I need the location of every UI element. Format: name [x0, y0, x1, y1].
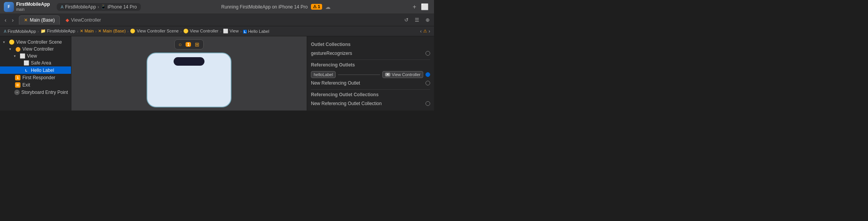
list-button[interactable]: ☰ — [413, 16, 421, 24]
responder-icon: 1 — [15, 75, 21, 80]
bc-chevron-6: › — [220, 29, 221, 34]
bc-path-main[interactable]: ✕ Main — [80, 29, 94, 34]
status-text: Running FirstMobileApp on iPhone 14 Pro — [221, 4, 308, 10]
safe-area-icon: ⬜ — [23, 60, 29, 66]
gesture-recognizers-circle[interactable] — [426, 51, 430, 56]
app-logo: F — [4, 2, 14, 12]
bc-path-main-base[interactable]: ✕ Main (Base) — [98, 29, 125, 34]
divider-2 — [311, 89, 430, 90]
hello-label-icon: L — [23, 67, 29, 73]
bc-chevron-1: › — [37, 29, 39, 34]
referencing-outlet-collections-title: Referencing Outlet Collections — [311, 92, 430, 97]
sidebar-item-first-responder[interactable]: ▾ 1 First Responder — [0, 74, 71, 81]
hello-label-outlet-row: helloLabel ✕ View Controller — [311, 70, 430, 79]
sidebar-label-first-responder: First Responder — [22, 75, 55, 80]
new-referencing-outlet-label: New Referencing Outlet — [311, 80, 360, 86]
sidebar-item-exit[interactable]: ▾ ⊞ Exit — [0, 81, 71, 88]
toolbar-right: ↺ ☰ ⊕ — [402, 16, 432, 24]
hello-label-box: helloLabel — [311, 71, 336, 78]
tab-main-label: Main (Base) — [30, 17, 55, 23]
app-sub: main — [16, 7, 50, 12]
canvas-area: ○ 1 ⊞ — [71, 36, 307, 110]
bc-path-vc-scene[interactable]: 🟡 View Controller Scene — [130, 29, 179, 34]
new-referencing-outlet-row[interactable]: New Referencing Outlet — [311, 79, 430, 87]
canvas-toolbar: ○ 1 ⊞ — [174, 39, 204, 49]
bc-sep1: › — [98, 4, 99, 10]
bc-app-name: FirstMobileApp — [65, 4, 96, 10]
new-referencing-outlet-collection-label: New Referencing Outlet Collection — [311, 101, 382, 106]
chevron-scene: ▾ — [3, 40, 7, 44]
referencing-outlets-title: Referencing Outlets — [311, 62, 430, 68]
bc-chevron-4: › — [127, 29, 129, 34]
tab-viewcontroller[interactable]: ◆ ViewController — [61, 15, 106, 25]
sidebar-item-vc[interactable]: ▾ ⬤ View Controller — [0, 46, 71, 53]
outlet-x-badge: ✕ — [385, 73, 390, 76]
add-file-button[interactable]: ⊕ — [424, 16, 432, 24]
vc-outlet-box: ✕ View Controller — [382, 71, 423, 78]
scene-icon: 🟡 — [8, 39, 15, 45]
sidebar-label-view: View — [27, 53, 37, 59]
sidebar-item-safe-area[interactable]: ⬜ Safe Area — [0, 60, 71, 66]
tab-main-base[interactable]: ✕ Main (Base) — [19, 15, 60, 25]
bc-forward-btn[interactable]: › — [429, 29, 430, 34]
outlet-collections-title: Outlet Collections — [311, 42, 430, 47]
bc-back-btn[interactable]: ‹ — [420, 29, 422, 34]
view-icon: ⬜ — [19, 53, 25, 59]
add-button[interactable]: + — [411, 3, 418, 11]
bc-chevron-3: › — [95, 29, 97, 34]
bc-chevron-2: › — [77, 29, 78, 34]
sidebar-label-vc: View Controller — [22, 46, 54, 52]
canvas-icon-circle[interactable]: ○ — [179, 41, 182, 48]
bc-path-app[interactable]: A FirstMobileApp — [4, 29, 36, 34]
bc-chevron-7: › — [240, 29, 242, 34]
hello-label-outlet-circle[interactable] — [426, 72, 430, 77]
titlebar-actions: + ⬜ — [411, 2, 430, 11]
sidebar-label-exit: Exit — [22, 82, 30, 88]
right-panel: Outlet Collections gestureRecognizers Re… — [307, 36, 434, 110]
bc-path-view[interactable]: ⬜ View — [223, 29, 239, 34]
canvas-icon-grid[interactable]: ⊞ — [195, 41, 199, 48]
breadcrumb-nav-arrows: ‹ ⚠ › — [420, 29, 430, 34]
title-breadcrumb[interactable]: A FirstMobileApp › 📱 iPhone 14 Pro — [57, 3, 140, 11]
sidebar-item-view[interactable]: ▾ ⬜ View — [0, 53, 71, 60]
phone-frame — [147, 53, 231, 107]
main-content: ▾ 🟡 View Controller Scene ▾ ⬤ View Contr… — [0, 36, 434, 110]
tab-vc-label: ViewController — [71, 17, 101, 23]
bc-path-vc[interactable]: 🟡 View Controller — [183, 29, 218, 34]
sidebar-item-vc-scene[interactable]: ▾ 🟡 View Controller Scene — [0, 39, 71, 46]
new-referencing-outlet-collection-circle[interactable] — [426, 101, 430, 106]
sidebar-item-storyboard-entry[interactable]: ▾ → Storyboard Entry Point — [0, 88, 71, 96]
tab-vc-icon: ◆ — [66, 17, 69, 23]
phone-notch — [174, 57, 204, 66]
sidebar-label-storyboard-entry: Storyboard Entry Point — [21, 90, 68, 95]
refresh-button[interactable]: ↺ — [402, 16, 410, 24]
sidebar-label-safe-area: Safe Area — [31, 60, 51, 66]
warning-badge[interactable]: ⚠ 1 — [311, 4, 322, 10]
bc-app-icon: A — [61, 5, 63, 9]
title-bar: F FirstMobileApp main A FirstMobileApp ›… — [0, 0, 434, 14]
forward-button[interactable]: › — [10, 16, 16, 24]
app-icon-area: F FirstMobileApp main — [4, 2, 50, 12]
entry-icon: → — [14, 89, 20, 95]
connector-line — [338, 75, 380, 75]
nav-buttons: ‹ › — [2, 16, 16, 24]
canvas-icon-badge[interactable]: 1 — [186, 42, 191, 47]
new-referencing-outlet-circle[interactable] — [426, 81, 430, 85]
bc-path-folder[interactable]: 📁 FirstMobileApp — [41, 29, 75, 34]
sidebar-label-vc-scene: View Controller Scene — [16, 39, 62, 45]
status-area: Running FirstMobileApp on iPhone 14 Pro … — [145, 4, 407, 10]
exit-icon: ⊞ — [15, 82, 21, 88]
breadcrumb-path: A FirstMobileApp › 📁 FirstMobileApp › ✕ … — [0, 26, 434, 36]
app-title-text: FirstMobileApp main — [16, 2, 50, 11]
gesture-recognizers-row: gestureRecognizers — [311, 49, 430, 57]
sidebar-toggle-button[interactable]: ⬜ — [419, 2, 430, 11]
sidebar-tree: ▾ 🟡 View Controller Scene ▾ ⬤ View Contr… — [0, 36, 71, 110]
chevron-view: ▾ — [14, 54, 18, 58]
vc-outlet-label: View Controller — [392, 72, 420, 77]
back-button[interactable]: ‹ — [2, 16, 9, 24]
new-referencing-outlet-collection-row[interactable]: New Referencing Outlet Collection — [311, 100, 430, 107]
sidebar-item-hello-label[interactable]: L Hello Label — [0, 66, 71, 74]
bc-path-label[interactable]: L Hello Label — [243, 29, 269, 34]
divider-1 — [311, 60, 430, 60]
chevron-vc: ▾ — [9, 47, 13, 51]
